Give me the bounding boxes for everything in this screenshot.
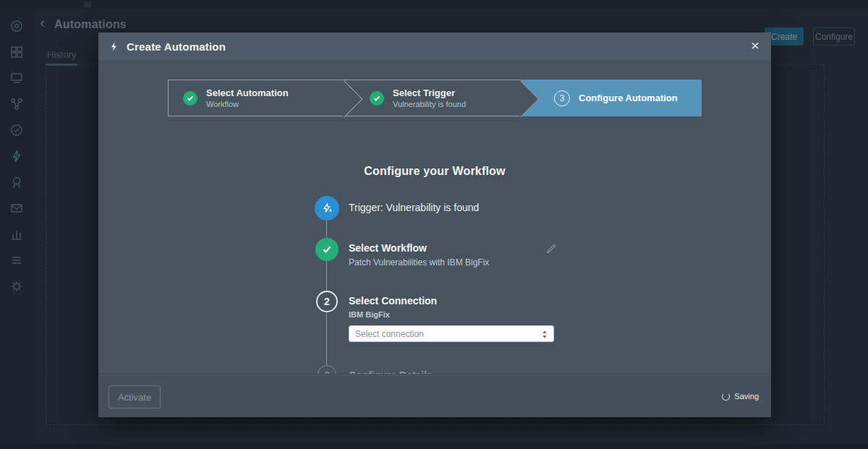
activate-button[interactable]: Activate [109, 385, 161, 409]
select-workflow-row: Select Workflow Patch Vulnerabilities wi… [349, 242, 558, 268]
workflow-check-icon [315, 238, 339, 261]
wizard-step-configure-automation[interactable]: 3 Configure Automation [521, 80, 702, 116]
edit-pencil-icon[interactable] [545, 243, 557, 255]
wizard-step-subtitle: Vulnerability is found [393, 100, 466, 108]
step-number-badge: 3 [554, 90, 570, 106]
workflow-heading: Configure your Workflow [98, 165, 771, 178]
check-icon [183, 91, 197, 106]
wizard-step-title: Select Trigger [393, 87, 466, 98]
check-icon [370, 91, 384, 106]
close-icon[interactable]: × [748, 36, 762, 55]
modal-title: Create Automation [127, 40, 226, 53]
spinner-icon [722, 393, 730, 401]
modal-body: Select Automation Workflow Select Trigge… [98, 60, 771, 374]
saving-indicator: Saving [722, 392, 759, 401]
saving-label: Saving [734, 392, 759, 401]
connection-select[interactable]: Select connection [349, 325, 554, 342]
svg-text:A: A [329, 208, 332, 213]
automation-bolt-icon [109, 40, 120, 52]
wizard-step-subtitle: Workflow [206, 100, 289, 108]
wizard-step-select-automation[interactable]: Select Automation Workflow [168, 80, 344, 116]
trigger-label: Trigger: Vulnerability is found [349, 202, 479, 213]
select-connection-product: IBM BigFix [349, 310, 558, 319]
wizard-steps: Select Automation Workflow Select Trigge… [168, 80, 702, 116]
modal-footer: Activate Saving [98, 374, 771, 417]
wizard-step-title: Select Automation [206, 87, 289, 98]
trigger-bolt-icon: A [315, 196, 339, 221]
create-automation-modal: Create Automation × Select Automation Wo… [98, 33, 771, 417]
select-workflow-title: Select Workflow [349, 242, 558, 254]
modal-header: Create Automation × [98, 33, 771, 60]
select-connection-title: Select Connection [349, 295, 558, 307]
wizard-step-title: Configure Automation [579, 93, 678, 103]
step-2-badge: 2 [316, 291, 338, 312]
select-stepper-icon [541, 330, 548, 339]
connection-select-placeholder: Select connection [355, 329, 424, 339]
wizard-step-select-trigger[interactable]: Select Trigger Vulnerability is found [344, 80, 521, 116]
select-connection-row: Select Connection IBM BigFix Select conn… [349, 295, 558, 342]
select-workflow-value: Patch Vulnerabilities with IBM BigFix [349, 257, 558, 268]
